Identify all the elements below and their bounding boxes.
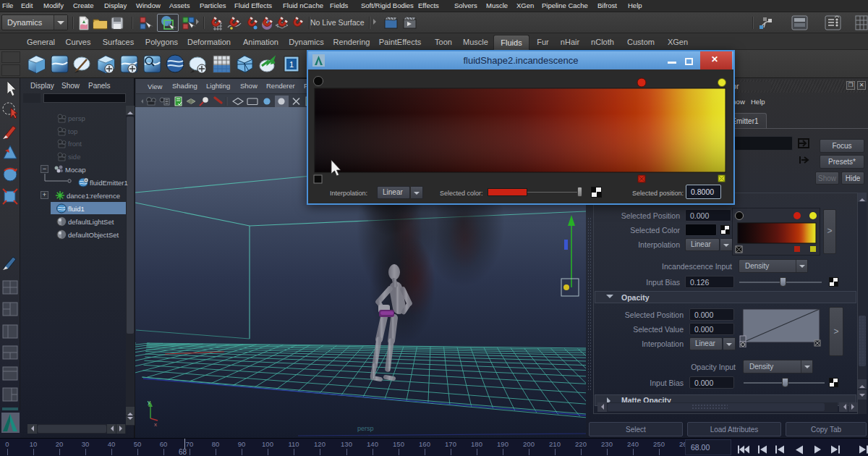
svg-text:persp: persp: [357, 425, 374, 432]
svg-text:1: 1: [289, 60, 294, 69]
svg-text:x: x: [154, 421, 157, 428]
svg-text:y: y: [148, 399, 150, 405]
